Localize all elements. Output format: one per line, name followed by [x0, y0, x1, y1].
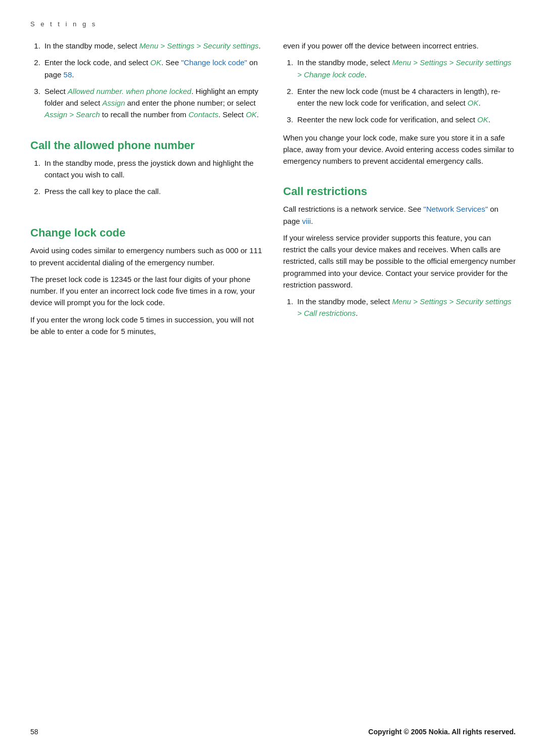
menu-path: Menu > Settings > Security settings	[140, 41, 259, 50]
page: S e t t i n g s In the standby mode, sel…	[0, 0, 546, 756]
change-lock-code-link[interactable]: "Change lock code"	[181, 58, 247, 67]
network-services-link[interactable]: "Network Services"	[424, 205, 488, 213]
page-footer: 58 Copyright © 2005 Nokia. All rights re…	[0, 728, 546, 736]
call-allowed-heading: Call the allowed phone number	[30, 139, 263, 152]
change-lock-para-1: Avoid using codes similar to emergency n…	[30, 245, 263, 268]
list-item: Press the call key to place the call.	[42, 185, 263, 197]
main-content: In the standby mode, select Menu > Setti…	[30, 40, 516, 353]
call-restrictions-section: Call restrictions Call restrictions is a…	[283, 185, 516, 319]
list-item: In the standby mode, select Menu > Setti…	[295, 57, 516, 80]
allowed-number-label: Allowed number. when phone locked	[68, 87, 192, 96]
continued-text: even if you power off the device between…	[283, 40, 516, 52]
change-lock-right-list: In the standby mode, select Menu > Setti…	[293, 57, 516, 125]
left-column: In the standby mode, select Menu > Setti…	[30, 40, 263, 353]
change-lock-heading: Change lock code	[30, 226, 263, 240]
assign-label: Assign	[102, 99, 125, 107]
intro-list: In the standby mode, select Menu > Setti…	[40, 40, 263, 121]
call-allowed-section: Call the allowed phone number In the sta…	[30, 139, 263, 198]
call-restrictions-list: In the standby mode, select Menu > Setti…	[293, 296, 516, 319]
change-lock-note: When you change your lock code, make sur…	[283, 132, 516, 167]
change-lock-para-3: If you enter the wrong lock code 5 times…	[30, 314, 263, 338]
list-item: Enter the lock code, and select OK. See …	[42, 57, 263, 80]
call-restrictions-para-1: Call restrictions is a network service. …	[283, 203, 516, 227]
list-item: In the standby mode, press the joystick …	[42, 157, 263, 181]
list-item: In the standby mode, select Menu > Setti…	[42, 40, 263, 52]
list-item: Reenter the new lock code for verificati…	[295, 114, 516, 125]
list-item: Enter the new lock code (must be 4 chara…	[295, 85, 516, 109]
change-lock-section: Change lock code Avoid using codes simil…	[30, 226, 263, 337]
ok-label-2: OK	[246, 110, 257, 119]
call-allowed-list: In the standby mode, press the joystick …	[40, 157, 263, 198]
page-header: S e t t i n g s	[30, 20, 516, 28]
menu-path-restrictions: Menu > Settings > Security settings > Ca…	[297, 297, 512, 317]
ok-label-3: OK	[468, 99, 479, 107]
page-viii-link[interactable]: viii	[302, 217, 311, 225]
list-item: In the standby mode, select Menu > Setti…	[295, 296, 516, 319]
page-58-link[interactable]: 58	[64, 70, 72, 79]
right-column: even if you power off the device between…	[283, 40, 516, 353]
menu-path-change: Menu > Settings > Security settings > Ch…	[297, 58, 512, 78]
page-number: 58	[30, 728, 38, 736]
list-item: Select Allowed number. when phone locked…	[42, 85, 263, 121]
ok-label-4: OK	[477, 115, 488, 124]
copyright-text: Copyright © 2005 Nokia. All rights reser…	[369, 728, 516, 736]
assign-search-label: Assign > Search	[44, 110, 100, 119]
call-restrictions-para-2: If your wireless service provider suppor…	[283, 232, 516, 291]
call-restrictions-heading: Call restrictions	[283, 185, 516, 198]
contacts-label: Contacts	[189, 110, 218, 119]
change-lock-para-2: The preset lock code is 12345 or the las…	[30, 273, 263, 309]
ok-label: OK	[150, 58, 161, 67]
